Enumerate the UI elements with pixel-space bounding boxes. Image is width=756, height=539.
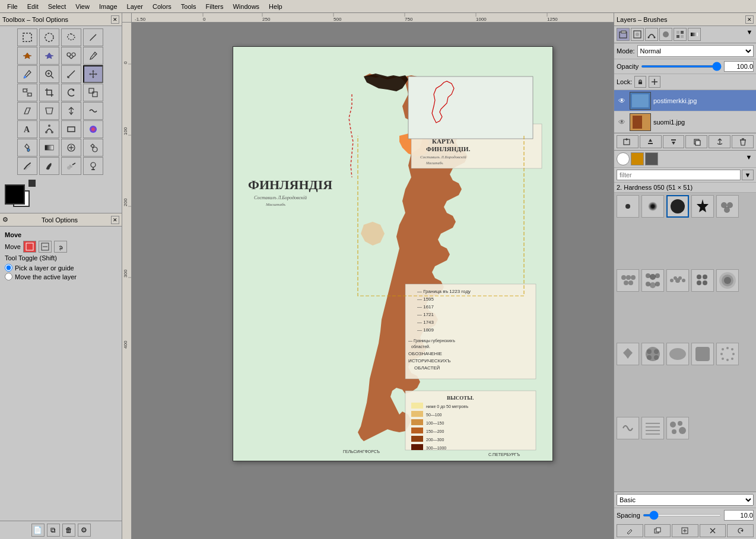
tool-clone[interactable] bbox=[83, 139, 103, 157]
brush-action-new[interactable] bbox=[672, 524, 698, 537]
tool-scissors[interactable] bbox=[61, 47, 81, 65]
tool-select-by-color[interactable] bbox=[39, 47, 59, 65]
brushes-tab-button[interactable] bbox=[659, 28, 672, 41]
new-image-button[interactable]: 📄 bbox=[31, 524, 45, 537]
tool-move[interactable] bbox=[83, 65, 103, 83]
swap-colors[interactable] bbox=[28, 180, 36, 187]
tool-pencil-sketch[interactable] bbox=[83, 28, 103, 46]
patterns-tab-button[interactable] bbox=[674, 28, 687, 41]
brush-cell-15[interactable] bbox=[716, 343, 739, 365]
tool-fuzzy-select[interactable] bbox=[17, 47, 37, 65]
brush-cell-6[interactable] bbox=[617, 269, 639, 292]
tool-color-picker[interactable] bbox=[17, 65, 37, 83]
lower-layer-button[interactable] bbox=[663, 135, 685, 148]
map-svg[interactable]: ИСТОРИЧЕСКАЯ КАРТА ФИНЛЯНДIИ. Составилъ … bbox=[233, 46, 553, 461]
tool-heal[interactable] bbox=[61, 139, 81, 157]
brush-swatch-orange[interactable] bbox=[631, 152, 644, 165]
toolbox-close-button[interactable]: ✕ bbox=[111, 15, 119, 24]
tool-rect[interactable] bbox=[61, 120, 81, 138]
brush-cell-18[interactable] bbox=[666, 417, 689, 439]
layer-item-suomi[interactable]: 👁 suomi1.jpg bbox=[614, 111, 756, 133]
tool-ink[interactable] bbox=[39, 157, 59, 175]
brush-action-duplicate[interactable] bbox=[644, 524, 671, 537]
brush-action-refresh[interactable] bbox=[727, 524, 754, 537]
brush-cell-8[interactable] bbox=[666, 269, 689, 292]
tool-blend[interactable] bbox=[39, 139, 59, 157]
menu-edit[interactable]: Edit bbox=[23, 2, 43, 11]
brush-cell-13[interactable] bbox=[666, 343, 689, 365]
brush-filter-input[interactable] bbox=[617, 170, 741, 180]
layers-tab-button[interactable] bbox=[617, 28, 630, 41]
tool-crop[interactable] bbox=[39, 84, 59, 101]
brush-cell-17[interactable] bbox=[641, 417, 664, 439]
tool-ellipse-select[interactable] bbox=[39, 28, 59, 46]
menu-file[interactable]: File bbox=[2, 2, 23, 11]
menu-view[interactable]: View bbox=[71, 2, 94, 11]
tool-options-close[interactable]: ✕ bbox=[111, 216, 119, 224]
tool-perspective[interactable] bbox=[39, 102, 59, 120]
opacity-input[interactable] bbox=[724, 61, 754, 72]
duplicate-button[interactable]: ⧉ bbox=[47, 524, 60, 537]
opacity-slider[interactable] bbox=[641, 65, 722, 68]
brush-cell-5[interactable] bbox=[716, 195, 739, 218]
menu-filters[interactable]: Filters bbox=[201, 2, 228, 11]
radio-move-active[interactable] bbox=[5, 273, 12, 280]
menu-tools[interactable]: Tools bbox=[176, 2, 201, 11]
move-type-layer[interactable] bbox=[39, 241, 52, 253]
tool-scale[interactable] bbox=[83, 84, 103, 101]
mode-select[interactable]: Normal Multiply Screen Overlay bbox=[637, 45, 754, 57]
tool-dodge-burn[interactable] bbox=[83, 157, 103, 175]
tool-alignment[interactable] bbox=[17, 84, 37, 101]
radio-pick-layer[interactable] bbox=[5, 264, 12, 272]
gradients-tab-button[interactable] bbox=[688, 28, 701, 41]
menu-colors[interactable]: Colors bbox=[148, 2, 176, 11]
anchor-layer-button[interactable] bbox=[709, 135, 730, 148]
tool-measure[interactable] bbox=[61, 65, 81, 83]
brush-cell-1[interactable] bbox=[617, 195, 639, 218]
paths-tab-button[interactable] bbox=[645, 28, 658, 41]
brush-cell-9[interactable] bbox=[691, 269, 714, 292]
move-type-chain[interactable] bbox=[54, 241, 67, 253]
tool-path[interactable] bbox=[39, 120, 59, 138]
lock-pixels-button[interactable] bbox=[634, 76, 646, 88]
brush-cell-3[interactable] bbox=[666, 195, 689, 218]
layer-eye-1[interactable]: 👁 bbox=[617, 95, 627, 106]
brush-cell-7[interactable] bbox=[641, 269, 664, 292]
menu-select[interactable]: Select bbox=[43, 2, 71, 11]
menu-windows[interactable]: Windows bbox=[228, 2, 264, 11]
spacing-input[interactable] bbox=[724, 510, 754, 521]
layer-eye-2[interactable]: 👁 bbox=[617, 117, 627, 127]
channels-tab-button[interactable] bbox=[631, 28, 644, 41]
tool-flip[interactable] bbox=[61, 102, 81, 120]
brush-cell-14[interactable] bbox=[691, 343, 714, 365]
tool-hue-saturation[interactable] bbox=[83, 120, 103, 138]
brush-swatch-gray[interactable] bbox=[645, 152, 658, 165]
brush-action-edit[interactable] bbox=[617, 524, 643, 537]
script-fu-button[interactable]: ⚙ bbox=[78, 524, 91, 537]
brush-cell-4[interactable] bbox=[691, 195, 714, 218]
delete-button[interactable]: 🗑 bbox=[62, 524, 75, 537]
brush-cell-10[interactable] bbox=[716, 269, 739, 292]
brush-swatch-menu[interactable]: ▼ bbox=[744, 152, 754, 162]
tool-paintbrush[interactable] bbox=[83, 47, 103, 65]
menu-layer[interactable]: Layer bbox=[122, 2, 148, 11]
layers-menu-button[interactable]: ▼ bbox=[745, 28, 754, 36]
lock-position-button[interactable] bbox=[649, 76, 660, 88]
tool-zoom[interactable] bbox=[39, 65, 59, 83]
brush-filter-options[interactable]: ▼ bbox=[742, 170, 754, 180]
canvas-scroll-area[interactable]: ИСТОРИЧЕСКАЯ КАРТА ФИНЛЯНДIИ. Составилъ … bbox=[132, 23, 614, 539]
layer-item-postimerkki[interactable]: 👁 postimerkki.jpg bbox=[614, 90, 756, 111]
menu-help[interactable]: Help bbox=[264, 2, 287, 11]
delete-layer-button[interactable] bbox=[732, 135, 754, 148]
duplicate-layer-button[interactable] bbox=[685, 135, 707, 148]
layers-close-button[interactable]: ✕ bbox=[745, 15, 754, 24]
brush-action-delete[interactable] bbox=[700, 524, 726, 537]
brush-cell-12[interactable] bbox=[641, 343, 664, 365]
tool-smudge[interactable] bbox=[17, 157, 37, 175]
foreground-color[interactable] bbox=[5, 184, 25, 205]
brush-cell-11[interactable] bbox=[617, 343, 639, 365]
move-type-image[interactable] bbox=[23, 241, 36, 253]
brush-swatch-white[interactable] bbox=[617, 152, 630, 165]
raise-layer-button[interactable] bbox=[640, 135, 662, 148]
tool-lasso[interactable] bbox=[61, 28, 81, 46]
